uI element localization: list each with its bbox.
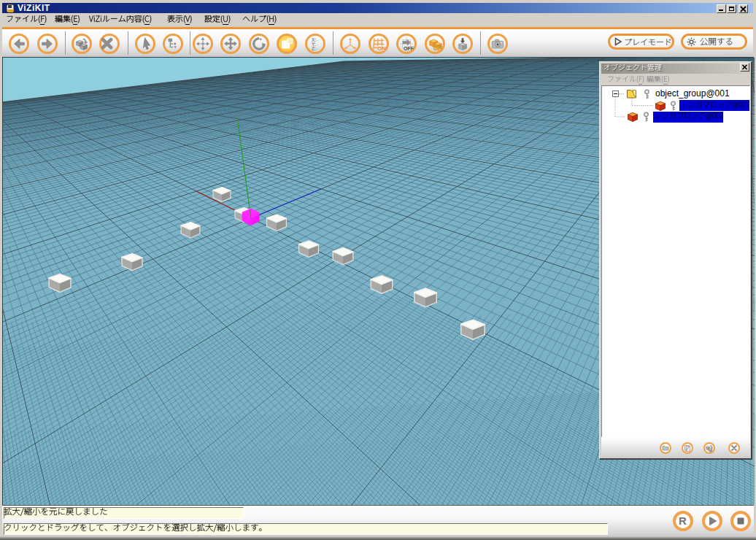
svg-text:..: .. (316, 38, 317, 42)
svg-text:ON: ON (377, 45, 386, 52)
svg-text:..: .. (316, 47, 317, 50)
svg-text:ON: ON (433, 45, 441, 52)
svg-text:Z:: Z: (311, 46, 315, 51)
svg-text:OFF: OFF (404, 46, 414, 51)
svg-text:..: .. (316, 42, 317, 46)
